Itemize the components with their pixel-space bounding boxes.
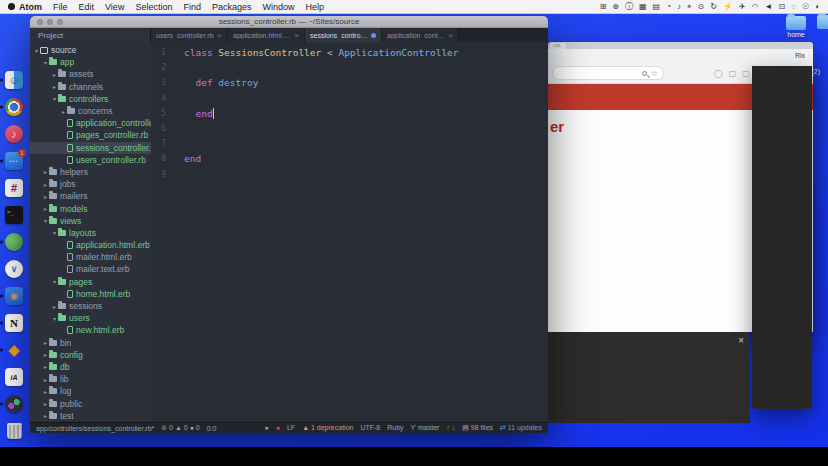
- keyboard-icon[interactable]: ▤: [653, 0, 661, 14]
- vpn-icon[interactable]: ⊕: [612, 0, 619, 14]
- disclosure-arrow-icon[interactable]: ▸: [51, 303, 58, 310]
- wifi-icon[interactable]: ◠: [752, 0, 759, 14]
- status-file-path[interactable]: app/controllers/sessions_controller.rb*: [36, 425, 154, 432]
- deprecation-warning[interactable]: ▲ 1 deprecation: [302, 424, 353, 432]
- dock-messages[interactable]: ⋯1: [1, 151, 27, 171]
- tree-item-lib[interactable]: ▸lib: [30, 373, 151, 385]
- time-machine-icon[interactable]: ↻: [710, 0, 717, 14]
- disclosure-arrow-icon[interactable]: ▾: [33, 47, 40, 54]
- volume-icon[interactable]: ◄: [765, 0, 773, 14]
- menu-atom[interactable]: Atom: [19, 0, 42, 14]
- location-icon[interactable]: ⌖: [687, 0, 692, 14]
- disclosure-arrow-icon[interactable]: ▸: [51, 83, 58, 90]
- atom-title-bar[interactable]: sessions_controller.rb — ~/Sites/source: [30, 16, 548, 28]
- dock-finder[interactable]: ☺: [1, 70, 27, 90]
- menu-help[interactable]: Help: [305, 0, 324, 14]
- clock-icon[interactable]: ◔: [666, 0, 671, 14]
- code-line-6[interactable]: 6: [151, 121, 548, 136]
- close-icon[interactable]: ×: [738, 336, 744, 346]
- tree-item-source[interactable]: ▾source: [30, 44, 151, 56]
- tree-item-application.html.erb[interactable]: application.html.erb: [30, 239, 151, 251]
- tree-item-sessions_controller.rb[interactable]: sessions_controller.rb: [30, 142, 151, 154]
- disclosure-arrow-icon[interactable]: ▸: [42, 181, 49, 188]
- dock-terminal[interactable]: >_: [1, 205, 27, 225]
- tab-users_controller.rb[interactable]: users_controller.rb×: [151, 28, 228, 42]
- menu-find[interactable]: Find: [183, 0, 201, 14]
- dock-chrome[interactable]: [1, 97, 27, 117]
- disclosure-arrow-icon[interactable]: ▸: [42, 168, 49, 175]
- search-icon[interactable]: [642, 71, 647, 76]
- info-icon[interactable]: ⓘ: [625, 0, 633, 14]
- record-dot[interactable]: ●: [276, 424, 280, 432]
- git-branch[interactable]: ϒ master: [411, 424, 440, 432]
- code-line-4[interactable]: 4: [151, 91, 548, 106]
- dock-evernote[interactable]: [1, 232, 27, 252]
- code-line-1[interactable]: 1class SessionsController < ApplicationC…: [151, 45, 548, 60]
- menu-packages[interactable]: Packages: [212, 0, 252, 14]
- code-line-5[interactable]: 5 end: [151, 106, 548, 121]
- dock-iawriter[interactable]: iA: [1, 367, 27, 387]
- disclosure-arrow-icon[interactable]: ▸: [42, 376, 49, 383]
- tree-item-concerns[interactable]: ▸concerns: [30, 105, 151, 117]
- profile-name[interactable]: Rix: [795, 52, 805, 59]
- tree-item-pages[interactable]: ▾pages: [30, 276, 151, 288]
- spotlight-icon[interactable]: ☉: [802, 0, 809, 14]
- tree-item-test[interactable]: ▸test: [30, 410, 151, 422]
- tree-item-users_controller.rb[interactable]: users_controller.rb: [30, 154, 151, 166]
- disclosure-arrow-icon[interactable]: ▸: [42, 412, 49, 419]
- tree-item-mailer.text.erb[interactable]: mailer.text.erb: [30, 263, 151, 275]
- tab-application_controller.rb[interactable]: application_controller.rb×: [382, 28, 459, 42]
- tree-item-sessions[interactable]: ▸sessions: [30, 300, 151, 312]
- tree-item-users[interactable]: ▾users: [30, 312, 151, 324]
- disclosure-arrow-icon[interactable]: ▾: [51, 315, 58, 322]
- disclosure-arrow-icon[interactable]: ▸: [42, 205, 49, 212]
- tree-item-views[interactable]: ▾views: [30, 215, 151, 227]
- dark-panel[interactable]: ×: [548, 332, 750, 423]
- airplane-icon[interactable]: ✈: [739, 0, 746, 14]
- tree-item-mailer.html.erb[interactable]: mailer.html.erb: [30, 251, 151, 263]
- menu-edit[interactable]: Edit: [79, 0, 95, 14]
- git-arrows[interactable]: ↑ ↓: [446, 424, 455, 432]
- bookmark-star-icon[interactable]: ☆: [651, 69, 658, 78]
- menu-file[interactable]: File: [53, 0, 68, 14]
- airplay-icon[interactable]: ⊡: [779, 0, 786, 14]
- display-icon[interactable]: ⊞: [600, 0, 607, 14]
- disclosure-arrow-icon[interactable]: ▸: [42, 339, 49, 346]
- background-window[interactable]: [752, 66, 812, 409]
- grammar[interactable]: Ruby: [387, 424, 403, 432]
- updates[interactable]: ⇄ 11 updates: [500, 424, 542, 432]
- code-line-2[interactable]: 2: [151, 60, 548, 75]
- tab-application.html.erb[interactable]: application.html.erb×: [228, 28, 305, 42]
- dock-music[interactable]: ♪: [1, 124, 27, 144]
- address-bar[interactable]: ☆: [552, 66, 664, 80]
- disclosure-arrow-icon[interactable]: ▸: [42, 388, 49, 395]
- dock-notion[interactable]: N: [1, 313, 27, 333]
- notification-center-icon[interactable]: ◐: [815, 0, 820, 14]
- minimize-window-button[interactable]: [47, 19, 53, 25]
- desktop[interactable]: home s (2) ☺♪⋯1#>_∨◉N◆iA CB1 Rix ☆ ◯▢▢▢▢…: [0, 14, 828, 447]
- tab-close-icon[interactable]: ×: [217, 31, 222, 40]
- tree-item-jobs[interactable]: ▸jobs: [30, 178, 151, 190]
- extension-icon[interactable]: ◯: [714, 69, 723, 78]
- zoom-window-button[interactable]: [57, 19, 63, 25]
- code-editor[interactable]: 1class SessionsController < ApplicationC…: [151, 42, 548, 422]
- disclosure-arrow-icon[interactable]: ▾: [51, 95, 58, 102]
- tree-item-layouts[interactable]: ▾layouts: [30, 227, 151, 239]
- dock-mail[interactable]: ∨: [1, 259, 27, 279]
- desktop-icon-fragment[interactable]: [817, 15, 828, 29]
- battery-icon[interactable]: ⚡: [723, 0, 733, 14]
- extension-icon[interactable]: ▢: [742, 69, 750, 78]
- tree-item-new.html.erb[interactable]: new.html.erb: [30, 324, 151, 336]
- code-line-3[interactable]: 3 def destroy: [151, 75, 548, 90]
- tab-sessions_controller.rb[interactable]: sessions_controller.rb: [305, 28, 382, 42]
- tree-item-db[interactable]: ▸db: [30, 361, 151, 373]
- disclosure-arrow-icon[interactable]: ▸: [51, 71, 58, 78]
- desktop-icon-home[interactable]: home: [786, 16, 806, 38]
- disclosure-arrow-icon[interactable]: ▸: [60, 108, 67, 115]
- dock-slack[interactable]: #: [1, 178, 27, 198]
- apple-menu-icon[interactable]: [8, 3, 15, 10]
- disclosure-arrow-icon[interactable]: ▾: [42, 217, 49, 224]
- dock-photobooth[interactable]: ◉: [1, 286, 27, 306]
- music-icon[interactable]: ♪: [677, 0, 681, 14]
- tree-item-bin[interactable]: ▸bin: [30, 337, 151, 349]
